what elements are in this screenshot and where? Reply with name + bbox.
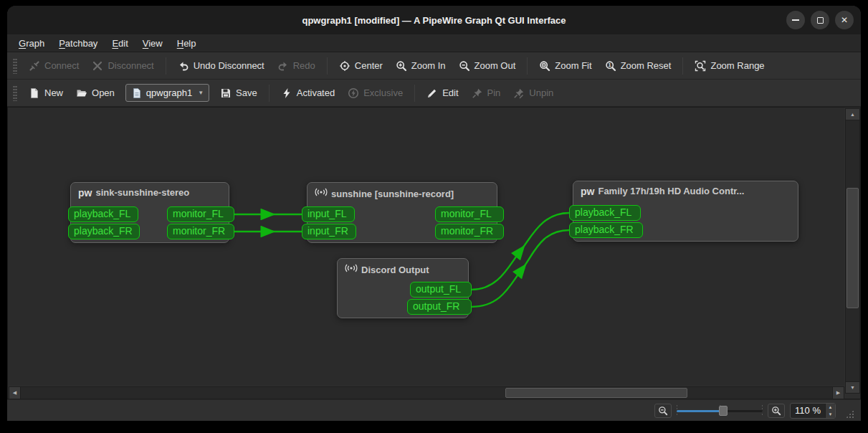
app-window: qpwgraph1 [modified] — A PipeWire Graph …	[7, 6, 861, 421]
graph-canvas-frame: pwsink-sunshine-stereoplayback_FLplaybac…	[7, 107, 861, 399]
toolbar-button-edit[interactable]: Edit	[420, 85, 464, 102]
vertical-scrollbar-thumb[interactable]	[846, 188, 859, 308]
menu-item-graph[interactable]: Graph	[11, 36, 52, 51]
activated-icon	[281, 87, 292, 99]
graph-port-monitor-fl[interactable]: monitor_FL	[167, 206, 234, 222]
graph-port-playback-fr[interactable]: playback_FR	[569, 222, 643, 238]
graph-port-playback-fl[interactable]: playback_FL	[68, 206, 138, 222]
zoom-in-icon	[396, 60, 407, 72]
node-title: Discord Output	[361, 265, 429, 275]
titlebar[interactable]: qpwgraph1 [modified] — A PipeWire Graph …	[7, 6, 861, 34]
toolbar-button-label: Redo	[293, 60, 315, 71]
graph-port-playback-fr[interactable]: playback_FR	[68, 224, 140, 239]
close-button[interactable]: ✕	[835, 11, 854, 29]
zoom-slider[interactable]	[677, 404, 763, 418]
vertical-scrollbar[interactable]: ▲ ▼	[845, 108, 860, 394]
graph-port-monitor-fr[interactable]: monitor_FR	[435, 224, 504, 239]
close-icon: ✕	[841, 16, 848, 24]
toolbar-button-zoom-reset[interactable]: 1Zoom Reset	[598, 57, 678, 75]
toolbar-button-connect: Connect	[22, 57, 85, 75]
graph-canvas[interactable]: pwsink-sunshine-stereoplayback_FLplaybac…	[8, 108, 844, 386]
minimize-icon	[792, 19, 799, 21]
toolbar-button-save[interactable]: Save	[214, 85, 264, 102]
toolbar-button-label: New	[44, 87, 63, 98]
toolbar-button-activated[interactable]: Activated	[275, 85, 341, 102]
pipewire-icon: pw	[78, 188, 92, 198]
unpin-icon	[513, 87, 525, 99]
menu-item-view[interactable]: View	[135, 36, 170, 51]
statusbar-zoom-in-button[interactable]	[768, 404, 785, 418]
spin-down-button[interactable]: ▼	[826, 411, 835, 418]
menu-item-patchbay[interactable]: Patchbay	[52, 36, 105, 51]
toolbar-button-label: Save	[236, 87, 257, 98]
zoom-spinbox[interactable]: 110 % ▲ ▼	[790, 403, 836, 419]
toolbar-button-label: Zoom In	[411, 60, 446, 71]
toolbar-button-redo: Redo	[271, 57, 322, 75]
toolbar-button-label: Undo Disconnect	[194, 60, 264, 71]
zoom-slider-fill	[677, 410, 723, 412]
statusbar-zoom-out-button[interactable]	[654, 404, 672, 418]
graph-port-input-fl[interactable]: input_FL	[302, 206, 355, 222]
toolbar-button-label: Activated	[297, 87, 335, 98]
maximize-button[interactable]	[811, 11, 829, 29]
redo-icon	[277, 60, 289, 72]
minimize-button[interactable]	[786, 11, 805, 29]
horizontal-scrollbar[interactable]: ◀ ▶	[9, 386, 844, 399]
toolbar-button-unpin: Unpin	[507, 85, 560, 102]
pin-icon	[472, 87, 483, 99]
toolbar-separator	[327, 57, 328, 75]
patchbay-selector-combo[interactable]: qpwgraph1▼	[125, 84, 209, 102]
graph-port-output-fr[interactable]: output_FR	[407, 299, 472, 315]
toolbar-button-pin: Pin	[465, 85, 507, 102]
graph-port-playback-fl[interactable]: playback_FL	[569, 205, 641, 221]
spin-up-button[interactable]: ▲	[826, 404, 835, 411]
toolbar-button-center[interactable]: Center	[333, 57, 389, 75]
menubar: GraphPatchbayEditViewHelp	[7, 34, 861, 52]
node-header: pwFamily 17h/19h HD Audio Contr...	[573, 181, 798, 196]
toolbar-button-new[interactable]: New	[22, 85, 70, 102]
zoom-fit-icon	[539, 60, 550, 72]
new-icon	[29, 87, 40, 99]
toolbar-button-open[interactable]: Open	[70, 85, 121, 102]
save-icon	[220, 87, 232, 99]
toolbar-button-label: qpwgraph1	[146, 87, 192, 98]
graph-port-monitor-fl[interactable]: monitor_FL	[435, 206, 504, 222]
disconnect-icon	[92, 60, 103, 72]
toolbar-button-exclusive: Exclusive	[341, 85, 409, 102]
toolbar-drag-handle[interactable]	[13, 58, 17, 74]
svg-text:1: 1	[608, 62, 611, 68]
scroll-right-button[interactable]: ▶	[832, 387, 844, 399]
exclusive-icon	[348, 87, 359, 99]
toolbar-button-label: Center	[355, 60, 383, 71]
toolbar-button-zoom-fit[interactable]: Zoom Fit	[533, 57, 598, 75]
toolbar-drag-handle[interactable]	[13, 85, 17, 101]
toolbar-file-tools: NewOpenqpwgraph1▼SaveActivatedExclusiveE…	[7, 80, 861, 107]
toolbar-button-undo-disconnect[interactable]: Undo Disconnect	[171, 57, 271, 75]
graph-port-input-fr[interactable]: input_FR	[302, 224, 356, 239]
stream-icon	[345, 263, 358, 276]
toolbar-separator	[682, 57, 683, 75]
pipewire-icon: pw	[581, 186, 594, 196]
file-doc-icon	[131, 87, 143, 99]
zoom-range-icon	[695, 60, 706, 72]
toolbar-button-zoom-range[interactable]: Zoom Range	[688, 57, 771, 75]
menu-item-help[interactable]: Help	[170, 36, 204, 51]
menu-item-edit[interactable]: Edit	[105, 36, 135, 51]
graph-port-output-fl[interactable]: output_FL	[410, 282, 472, 298]
toolbar-button-label: Zoom Out	[474, 60, 516, 71]
scroll-left-button[interactable]: ◀	[9, 387, 21, 399]
scroll-up-button[interactable]: ▲	[846, 109, 859, 120]
toolbar-button-label: Pin	[487, 87, 501, 98]
resize-grip[interactable]	[845, 409, 854, 419]
node-header: pwsink-sunshine-stereo	[71, 183, 229, 198]
toolbar-button-zoom-in[interactable]: Zoom In	[389, 57, 452, 75]
toolbar-button-zoom-out[interactable]: Zoom Out	[452, 57, 523, 75]
toolbar-separator	[414, 85, 415, 102]
graph-port-monitor-fr[interactable]: monitor_FR	[167, 224, 234, 239]
node-header: Discord Output	[338, 259, 468, 276]
horizontal-scrollbar-thumb[interactable]	[505, 388, 687, 398]
connection-wires	[8, 108, 844, 386]
undo-icon	[178, 60, 189, 72]
zoom-slider-handle[interactable]	[719, 406, 728, 416]
scroll-down-button[interactable]: ▼	[846, 381, 859, 393]
